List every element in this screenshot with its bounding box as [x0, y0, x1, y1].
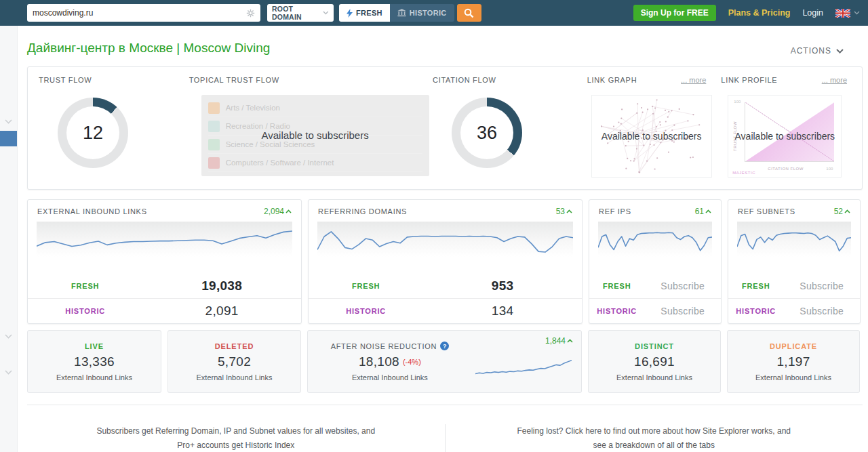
anr-value: 18,108 [359, 354, 399, 369]
topic-color-swatch [208, 102, 220, 114]
caret-up-icon [844, 209, 850, 213]
chevron-down-icon [323, 11, 329, 15]
actions-label: ACTIONS [791, 46, 831, 56]
search-submit-button[interactable] [457, 4, 481, 22]
historic-index-button[interactable]: HISTORIC [390, 4, 454, 22]
scope-selector-value: ROOT DOMAIN [272, 5, 323, 21]
search-icon [464, 8, 474, 18]
sparkline [317, 222, 573, 257]
link-graph-box: Available to subscribers [591, 95, 712, 178]
topical-item: Science / Social Sciences [208, 136, 422, 154]
historic-row[interactable]: HISTORIC 134 [309, 298, 582, 323]
anr-title: AFTER NOISE REDUCTION [331, 342, 437, 350]
ref-subnets-card: REF SUBNETS 52 FRESH Subscribe HISTORIC … [728, 199, 861, 324]
footer-divider [27, 405, 863, 405]
distinct-value: 16,691 [634, 354, 675, 369]
plans-pricing-link[interactable]: Plans & Pricing [728, 8, 791, 18]
topic-label: Computers / Software / Internet [226, 159, 334, 167]
chevron-down-icon [836, 49, 844, 54]
help-icon[interactable]: ? [440, 342, 449, 350]
link-graph-more-link[interactable]: ... more [681, 76, 706, 84]
scope-selector[interactable]: ROOT DOMAIN [267, 4, 334, 22]
fresh-row[interactable]: FRESH 19,038 [28, 273, 301, 298]
distinct-links-card: DISTINCT 16,691 External Inbound Links [588, 330, 721, 393]
fresh-index-button[interactable]: FRESH [339, 4, 390, 22]
citation-flow-donut: 36 [452, 98, 522, 168]
deleted-links-card: DELETED 5,702 External Inbound Links [167, 330, 301, 393]
language-selector[interactable] [835, 9, 860, 18]
card-title: REF IPS [599, 207, 631, 215]
topic-label: Arts / Television [226, 104, 280, 112]
card-title: REF SUBNETS [738, 207, 795, 215]
subscribe-link[interactable]: Subscribe [644, 306, 721, 316]
anr-sparkline [475, 352, 572, 382]
live-links-card: LIVE 13,336 External Inbound Links [27, 330, 161, 393]
distinct-sub: External Inbound Links [616, 373, 692, 382]
chevron-down-icon[interactable] [5, 370, 12, 375]
footer-help-note[interactable]: Feeling lost? Click here to find out mor… [445, 424, 863, 452]
live-sub: External Inbound Links [56, 373, 132, 382]
topic-label: Science / Social Sciences [226, 140, 315, 148]
login-link[interactable]: Login [802, 8, 823, 18]
citation-flow-value: 36 [477, 123, 497, 144]
trust-flow-value: 12 [83, 123, 103, 144]
fresh-row[interactable]: FRESH Subscribe [728, 273, 860, 298]
historic-row[interactable]: HISTORIC 2,091 [28, 298, 301, 323]
uk-flag-icon [835, 9, 850, 18]
historic-row[interactable]: HISTORIC Subscribe [589, 298, 721, 323]
actions-dropdown[interactable]: ACTIONS [791, 46, 852, 56]
historic-value: 2,091 [142, 304, 301, 319]
sparkline [598, 222, 712, 257]
link-graph-title: LINK GRAPH [587, 76, 637, 84]
link-profile-axes [745, 102, 834, 162]
left-edge-strip [0, 26, 18, 452]
chevron-down-icon[interactable] [5, 334, 12, 339]
signup-button[interactable]: Sign Up for FREE [633, 5, 716, 21]
link-profile-xmax: 100 [826, 167, 833, 171]
search-box[interactable] [27, 4, 260, 22]
deleted-sub: External Inbound Links [197, 373, 273, 382]
external-inbound-links-card: EXTERNAL INBOUND LINKS 2,094 FRESH 19,03… [27, 199, 302, 324]
caret-up-icon [566, 209, 572, 213]
historic-label: HISTORIC [728, 307, 783, 315]
historic-value: 134 [423, 304, 582, 319]
strip-selection-marker[interactable] [0, 131, 17, 146]
topical-item: Arts / Television [208, 99, 422, 117]
link-profile-more-link[interactable]: ... more [822, 76, 847, 84]
gear-icon[interactable] [246, 9, 255, 18]
search-input[interactable] [33, 8, 246, 18]
bank-icon [397, 9, 406, 17]
subscribe-link[interactable]: Subscribe [644, 281, 721, 291]
historic-row[interactable]: HISTORIC Subscribe [728, 298, 860, 323]
historic-label: HISTORIC [28, 307, 142, 315]
referring-domains-card: REFERRING DOMAINS 53 FRESH 953 HISTORIC … [308, 199, 583, 324]
chevron-down-icon[interactable] [5, 119, 12, 124]
topical-trust-flow-section: TOPICAL TRUST FLOW Arts / Television Rec… [189, 76, 433, 180]
historic-index-label: HISTORIC [410, 9, 447, 17]
subscribe-link[interactable]: Subscribe [783, 281, 860, 291]
link-profile-y-axis-label: TRUST FLOW [733, 121, 737, 151]
fresh-label: FRESH [589, 282, 644, 290]
card-title: REFERRING DOMAINS [318, 207, 407, 215]
ref-ips-card: REF IPS 61 FRESH Subscribe HISTORIC Subs… [589, 199, 722, 324]
sparkline [37, 222, 292, 257]
lightning-icon [347, 9, 353, 18]
caret-up-icon [285, 209, 292, 213]
trust-flow-donut: 12 [58, 98, 128, 168]
link-graph-section: LINK GRAPH ... more Available to subscri… [587, 76, 722, 180]
subscribe-link[interactable]: Subscribe [783, 306, 860, 316]
topical-trust-flow-box: Arts / Television Recreation / Radio Sci… [201, 95, 429, 176]
live-value: 13,336 [74, 354, 115, 369]
trust-flow-section: TRUST FLOW 12 [39, 76, 189, 180]
fresh-row[interactable]: FRESH 953 [309, 273, 582, 298]
fresh-value: 19,038 [142, 279, 301, 293]
fresh-index-label: FRESH [356, 9, 382, 17]
anr-sub: External Inbound Links [352, 373, 428, 382]
delta-badge: 1,844 [545, 336, 573, 346]
caret-up-icon [705, 209, 711, 213]
fresh-row[interactable]: FRESH Subscribe [589, 273, 721, 298]
trust-flow-title: TRUST FLOW [39, 76, 189, 84]
fresh-label: FRESH [309, 282, 423, 290]
historic-label: HISTORIC [309, 307, 423, 315]
link-graph-plot [592, 96, 711, 177]
